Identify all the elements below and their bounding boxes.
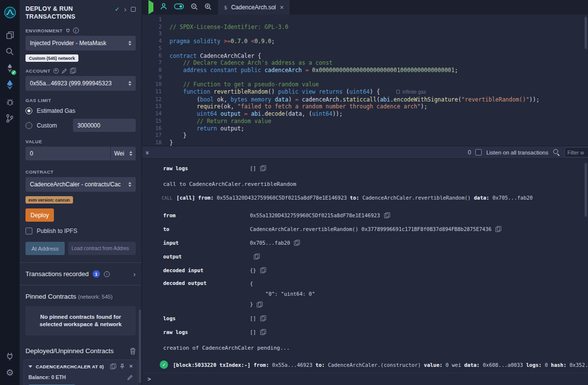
terminal-detail-row: decoded output{ "0": "uint64: 0"} [142, 277, 588, 311]
plugin-manager-icon[interactable] [0, 348, 20, 364]
code-area: 12// SPDX-License-Identifier: GPL-3.034p… [142, 16, 588, 146]
at-address-input[interactable] [68, 242, 136, 255]
source-control-icon[interactable] [0, 110, 20, 127]
value-unit-select[interactable]: Wei [110, 147, 136, 160]
copy-icon[interactable] [260, 267, 266, 273]
settings-icon[interactable]: ⚙ [0, 364, 20, 381]
listen-all-checkbox[interactable] [475, 149, 482, 155]
deploy-run-icon[interactable] [0, 77, 20, 93]
code-line: 13 require(ok, "failed to fetch a random… [142, 103, 588, 110]
listen-all-label: Listen on all transactions [486, 150, 548, 155]
copy-icon[interactable] [257, 302, 262, 308]
copy-icon[interactable] [260, 165, 266, 171]
deployed-contracts-title: Deployed/Unpinned Contracts [25, 347, 114, 355]
network-badge: Custom (545) network [25, 54, 78, 62]
tab-cadencearch-sol[interactable]: $ CadenceArch.sol × [218, 0, 290, 15]
code-line: 15 // Return random value [142, 118, 588, 125]
code-editor[interactable]: 12// SPDX-License-Identifier: GPL-3.034p… [142, 15, 588, 146]
remix-ide: ✓ ⚙ DEPLOY & RUN TRANSACTIONS ✓ › ENVIRO… [0, 0, 588, 385]
code-line: 16 return output; [142, 125, 588, 132]
code-line: 12 (bool ok, bytes memory data) = cadenc… [142, 96, 588, 103]
transactions-count-badge: 1 [93, 270, 100, 278]
solidity-compiler-icon[interactable]: ✓ [0, 60, 20, 77]
deploy-button[interactable]: Deploy [25, 208, 54, 222]
popout-window-icon[interactable] [131, 7, 136, 12]
environment-select[interactable]: Injected Provider - MetaMask [25, 36, 136, 51]
line-number: 16 [142, 125, 162, 132]
copilot-toggle-icon[interactable] [174, 3, 184, 12]
edit-account-icon[interactable] [62, 68, 67, 74]
custom-gas-option[interactable]: Custom [25, 119, 136, 132]
copy-icon[interactable] [254, 254, 259, 259]
terminal-detail-row: toCadenceArchCaler.revertibleRandom() 0x… [142, 222, 588, 236]
terminal-prompt-row[interactable]: > [142, 373, 588, 385]
terminal-search-icon[interactable] [553, 149, 560, 156]
zoom-in-icon[interactable] [204, 3, 212, 12]
copy-icon[interactable] [260, 329, 266, 335]
main-area: $ CadenceArch.sol × 12// SPDX-License-Id… [142, 0, 588, 385]
sidepanel-scrollbar[interactable] [139, 309, 141, 383]
remove-contract-icon[interactable]: × [129, 364, 133, 369]
custom-gas-input[interactable] [73, 119, 136, 132]
gas-limit-label: GAS LIMIT [25, 98, 51, 103]
copy-account-icon[interactable] [70, 68, 75, 74]
copy-icon[interactable] [495, 226, 501, 232]
copy-icon[interactable] [260, 315, 266, 321]
value-input[interactable] [25, 147, 110, 160]
zoom-out-icon[interactable] [191, 3, 198, 12]
clear-deployed-icon[interactable] [130, 348, 136, 355]
transactions-recorded-label: Transactions recorded [25, 270, 89, 278]
code-line: 11 function revertibleRandom() public vi… [142, 88, 588, 96]
code-line: 18} [142, 139, 588, 146]
close-tab-icon[interactable]: × [280, 5, 284, 10]
terminal-message: creation of CadenceArchCaler pending... [142, 345, 588, 351]
line-number: 11 [142, 88, 162, 96]
terminal-body: raw logs[]call to CadenceArchCaler.rever… [142, 159, 588, 373]
terminal-scrollbar[interactable] [585, 163, 587, 217]
run-script-button[interactable] [148, 3, 153, 12]
code-line: 14 uint64 output = abi.decode(data, (uin… [142, 110, 588, 118]
estimated-gas-option[interactable]: Estimated Gas [25, 107, 136, 114]
code-line: 4pragma solidity >=0.7.0 <0.9.0; [142, 38, 588, 45]
ai-assistant-icon[interactable] [160, 2, 168, 12]
remix-logo-icon[interactable] [0, 3, 20, 22]
terminal-collapse-icon[interactable]: » [144, 151, 151, 154]
collapse-contract-icon[interactable] [28, 365, 32, 368]
gas-icon [396, 90, 400, 94]
terminal-filter-input[interactable] [564, 147, 588, 157]
pin-contract-icon[interactable] [120, 363, 125, 369]
at-address-button[interactable]: At Address [25, 242, 65, 255]
terminal-prompt: > [147, 376, 151, 383]
ipfs-checkbox[interactable] [25, 228, 32, 234]
copy-icon[interactable] [294, 240, 299, 246]
select-caret-icon [128, 182, 131, 187]
line-number: 15 [142, 118, 162, 125]
search-icon[interactable] [0, 43, 20, 60]
transactions-expand-icon[interactable]: › [133, 270, 136, 278]
transactions-info-icon[interactable]: i [104, 271, 110, 277]
pinned-network-label: (network: 545) [78, 294, 112, 300]
code-line: 10 // Function to get a pseudo-random va… [142, 81, 588, 88]
estimated-gas-radio[interactable] [25, 107, 32, 114]
code-line: 17 } [142, 132, 588, 139]
debugger-icon[interactable] [0, 93, 20, 110]
contract-select[interactable]: CadenceArchCaler - contracts/Cac [25, 177, 136, 192]
file-explorer-icon[interactable] [0, 26, 20, 43]
editor-scrollbar[interactable] [585, 17, 587, 49]
terminal-detail-row: output [142, 250, 588, 263]
edit-balance-icon[interactable] [127, 375, 133, 380]
copy-icon[interactable] [384, 212, 390, 218]
publish-ipfs-option[interactable]: Publish to IPFS [25, 228, 136, 234]
environment-info-icon[interactable]: i [73, 27, 79, 33]
deployed-contract-card: CADENCEARCHCALER AT 0) × Balance: 0 ETH … [24, 359, 138, 385]
line-number: 8 [142, 67, 162, 74]
line-number: 2 [142, 24, 162, 31]
terminal-detail-row: raw logs[] [142, 325, 588, 339]
terminal-log: raw logs[]call to CadenceArchCaler.rever… [142, 161, 588, 369]
custom-gas-radio[interactable] [25, 122, 32, 129]
add-account-icon[interactable]: + [53, 68, 59, 74]
terminal: » 0 Listen on all transactions raw logs[… [142, 146, 588, 385]
account-select[interactable]: 0x55a...46923 (999.999945323 [25, 76, 136, 91]
panel-expand-icon[interactable]: › [124, 6, 126, 12]
copy-address-icon[interactable] [110, 363, 116, 369]
